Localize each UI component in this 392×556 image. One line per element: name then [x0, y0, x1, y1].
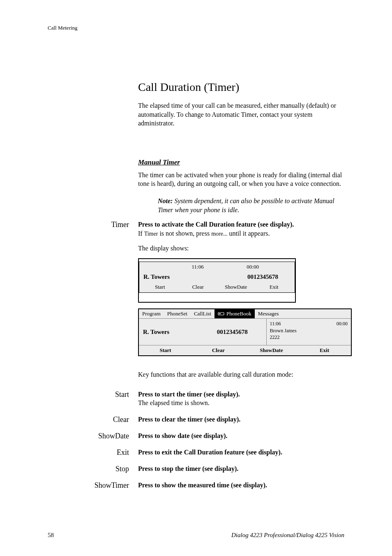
note-block: Note: System dependent, it can also be p…	[158, 197, 344, 214]
lcd2-right-timer: 00:00	[337, 320, 348, 327]
lcd2-right-caller: Brown James	[270, 327, 348, 334]
function-desc-extra: The elapsed time is shown.	[138, 398, 344, 408]
function-row: ShowDate Press to show date (see display…	[138, 431, 344, 440]
footer-model: Dialog 4223 Professional/Dialog 4225 Vis…	[231, 532, 344, 539]
function-desc-bold: Press to show the measured time (see dis…	[138, 481, 344, 490]
function-row: Stop Press to stop the timer (see displa…	[138, 464, 344, 473]
lcd2-right-panel: 11:06 00:00 Brown James 2222	[266, 319, 351, 345]
page-footer: 58 Dialog 4223 Professional/Dialog 4225 …	[48, 532, 344, 539]
section-title: Call Duration (Timer)	[138, 81, 344, 94]
lcd1-softkey: Exit	[255, 283, 293, 291]
function-label: Clear	[48, 415, 138, 424]
lcd2-right-time: 11:06	[270, 320, 281, 327]
function-desc-bold: Press to exit the Call Duration feature …	[138, 448, 344, 457]
lcd1-softkey: ShowDate	[217, 283, 255, 291]
lcd2-name: R. Towers	[143, 328, 203, 336]
timer-instruction-line2: If Timer is not shown, press more... unt…	[138, 229, 352, 238]
lcd2-menu-item-selected: PhoneBook	[214, 309, 255, 319]
manual-timer-paragraph: The timer can be activated when your pho…	[138, 171, 344, 188]
function-label: ShowDate	[48, 431, 138, 440]
text-frag-more: more...	[211, 231, 227, 237]
function-desc-bold: Press to start the timer (see display).	[138, 390, 344, 399]
function-label: Stop	[48, 464, 138, 473]
timer-instruction-bold: Press to activate the Call Duration feat…	[138, 220, 352, 229]
function-desc-bold: Press to show date (see display).	[138, 431, 344, 440]
function-label: ShowTimer	[48, 481, 138, 490]
text-frag: until it appears.	[227, 230, 270, 237]
function-desc-bold: Press to stop the timer (see display).	[138, 464, 344, 473]
note-text: System dependent, it can also be possibl…	[158, 197, 334, 213]
lcd2-menu-item: Program	[139, 309, 164, 319]
lcd2-softkey: Start	[139, 345, 192, 355]
timer-key-body: Press to activate the Call Duration feat…	[138, 220, 352, 379]
function-desc-bold: Press to clear the timer (see display).	[138, 415, 344, 424]
page-number: 58	[48, 532, 54, 539]
lcd2-menubar: Program PhoneSet CallList PhoneBook Mess…	[139, 309, 351, 319]
timer-row: Timer Press to activate the Call Duratio…	[138, 220, 344, 379]
function-row: Clear Press to clear the timer (see disp…	[138, 415, 344, 424]
note-label: Note:	[158, 197, 173, 204]
lcd2-softkey: Exit	[298, 345, 351, 355]
main-content: Call Duration (Timer) The elapsed time o…	[138, 81, 344, 490]
intro-paragraph: The elapsed time of your call can be mea…	[138, 101, 344, 128]
key-functions-intro: Key functions that are available during …	[138, 370, 352, 379]
key-functions-list: Start Press to start the timer (see disp…	[138, 390, 344, 490]
lcd1-name: R. Towers	[143, 273, 211, 281]
phonebook-icon	[218, 310, 224, 318]
function-label: Exit	[48, 448, 138, 457]
page: Call Metering Call Duration (Timer) The …	[0, 0, 392, 556]
function-row: Start Press to start the timer (see disp…	[138, 390, 344, 408]
lcd1-time: 11:06	[170, 263, 225, 271]
lcd1-softkey: Start	[141, 283, 179, 291]
function-row: Exit Press to exit the Call Duration fea…	[138, 448, 344, 457]
text-frag-timer: Timer	[144, 231, 158, 237]
running-head: Call Metering	[48, 25, 344, 31]
display-shows-text: The display shows:	[138, 244, 352, 253]
lcd2-menu-label: PhoneBook	[226, 310, 251, 317]
svg-rect-1	[219, 313, 221, 314]
lcd1-softkey: Clear	[179, 283, 217, 291]
lcd1-timer: 00:00	[225, 263, 280, 271]
lcd2-right-ext: 2222	[270, 334, 348, 341]
lcd2-number: 0012345678	[203, 328, 262, 336]
function-label: Start	[48, 390, 138, 399]
text-frag: If	[138, 230, 144, 237]
lcd2-softkey: Clear	[192, 345, 245, 355]
lcd2-menu-item: PhoneSet	[164, 309, 191, 319]
lcd2-softkey: ShowDate	[245, 345, 298, 355]
phone-display-large: Program PhoneSet CallList PhoneBook Mess…	[138, 308, 352, 356]
phone-display-small: 11:06 00:00 R. Towers 0012345678 Start C…	[138, 258, 296, 302]
text-frag: is not shown, press	[158, 230, 211, 237]
timer-key-label: Timer	[48, 220, 138, 229]
manual-timer-heading: Manual Timer	[138, 158, 344, 167]
lcd1-number: 0012345678	[211, 273, 291, 281]
function-row: ShowTimer Press to show the measured tim…	[138, 481, 344, 490]
lcd2-menu-item: CallList	[191, 309, 214, 319]
lcd2-menu-item: Messages	[255, 309, 282, 319]
